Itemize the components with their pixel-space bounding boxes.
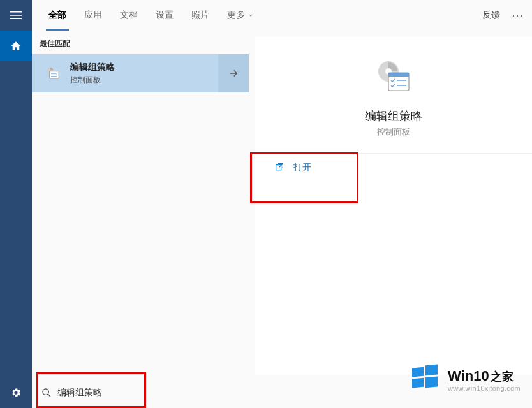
tab-settings[interactable]: 设置 (147, 0, 182, 31)
result-title: 编辑组策略 (70, 62, 218, 73)
watermark-url: www.win10xitong.com (448, 384, 521, 392)
left-sidebar (0, 0, 32, 408)
svg-rect-17 (412, 367, 424, 377)
tab-documents[interactable]: 文档 (111, 0, 147, 31)
tab-more[interactable]: 更多 (218, 0, 263, 31)
detail-app-icon (255, 56, 532, 97)
main-area: 全部 应用 文档 设置 照片 更多 反馈 ⋯ 最佳匹配 (32, 0, 532, 408)
tab-apps[interactable]: 应用 (75, 0, 111, 31)
detail-title: 编辑组策略 (255, 108, 532, 124)
home-button[interactable] (0, 31, 32, 61)
gpedit-icon (41, 65, 66, 82)
tab-all[interactable]: 全部 (40, 0, 75, 31)
result-item-gpedit[interactable]: 编辑组策略 控制面板 (32, 54, 249, 92)
result-expand-arrow[interactable] (218, 54, 249, 92)
svg-rect-1 (10, 15, 22, 16)
svg-rect-20 (425, 376, 438, 388)
svg-line-16 (48, 394, 50, 397)
svg-point-15 (43, 389, 48, 395)
detail-panel: 编辑组策略 控制面板 打开 (255, 37, 532, 375)
watermark: Win10之家 www.win10xitong.com (410, 363, 521, 397)
search-icon (36, 388, 57, 398)
svg-rect-0 (10, 11, 22, 13)
tab-photos[interactable]: 照片 (182, 0, 218, 31)
svg-rect-2 (10, 18, 22, 20)
detail-subtitle: 控制面板 (255, 126, 532, 138)
open-label: 打开 (293, 162, 311, 173)
svg-rect-18 (425, 364, 438, 375)
open-icon (274, 162, 284, 174)
watermark-title: Win10之家 (448, 368, 521, 384)
feedback-link[interactable]: 反馈 (482, 10, 500, 21)
open-action[interactable]: 打开 (255, 154, 532, 182)
chevron-down-icon (248, 10, 254, 20)
svg-rect-19 (412, 378, 424, 388)
more-dots-button[interactable]: ⋯ (512, 10, 523, 21)
watermark-logo-icon (410, 363, 440, 397)
section-best-match: 最佳匹配 (32, 31, 249, 54)
hamburger-button[interactable] (0, 0, 32, 31)
tab-bar: 全部 应用 文档 设置 照片 更多 反馈 ⋯ (32, 0, 532, 31)
settings-button[interactable] (0, 377, 32, 408)
svg-rect-11 (388, 73, 409, 76)
result-subtitle: 控制面板 (70, 75, 218, 85)
results-panel: 最佳匹配 编辑组策略 控制面板 (32, 31, 249, 92)
